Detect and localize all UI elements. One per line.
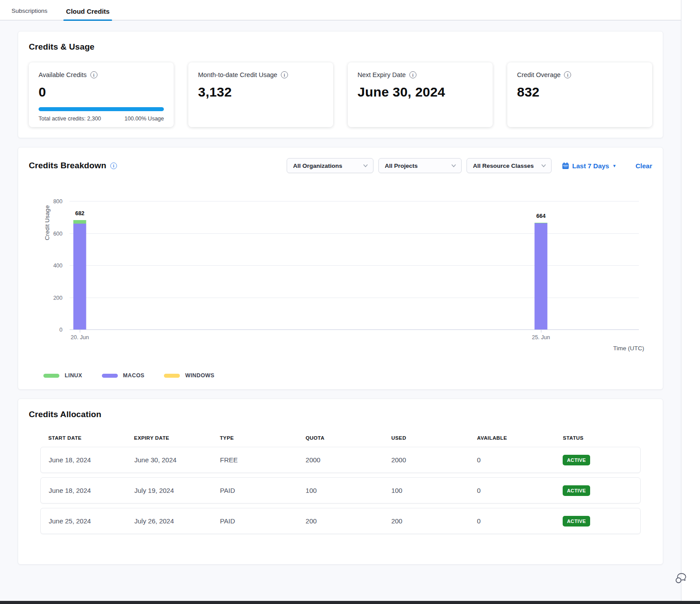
- cell-start-date: June 18, 2024: [41, 456, 126, 464]
- available-credits-value: 0: [39, 85, 164, 100]
- x-tick-label: 20. Jun: [71, 334, 89, 341]
- chart-legend: LINUXMACOSWINDOWS: [43, 372, 652, 379]
- column-header-quota: QUOTA: [298, 435, 384, 441]
- credit-overage-value: 832: [517, 85, 642, 100]
- credits-breakdown-title: Credits Breakdown: [29, 161, 106, 170]
- mtd-usage-label: Month-to-date Credit Usage: [198, 71, 277, 78]
- legend-label: WINDOWS: [185, 372, 214, 379]
- organizations-filter-value: All Organizations: [293, 163, 342, 169]
- cell-used: 2000: [383, 456, 469, 464]
- credits-usage-section: Credits & Usage Available Credits i 0 To…: [18, 31, 663, 138]
- info-icon[interactable]: i: [281, 71, 288, 78]
- y-tick-label: 0: [59, 327, 62, 333]
- chevron-down-icon: [451, 164, 456, 167]
- tab-subscriptions-label: Subscriptions: [12, 8, 47, 14]
- cell-quota: 2000: [298, 456, 383, 464]
- legend-swatch: [164, 374, 180, 378]
- mtd-usage-value: 3,132: [198, 85, 323, 100]
- legend-swatch: [43, 374, 59, 378]
- date-range-picker[interactable]: Last 7 Days ▾: [562, 162, 616, 170]
- chevron-down-icon: [541, 164, 546, 167]
- y-tick-label: 800: [53, 198, 62, 205]
- gridline: [70, 298, 639, 298]
- resource-classes-filter-value: All Resource Classes: [473, 163, 534, 169]
- available-credits-card: Available Credits i 0 Total active credi…: [29, 62, 174, 127]
- available-credits-label: Available Credits: [39, 71, 87, 78]
- x-tick-mark: [80, 330, 80, 333]
- tab-bar: Subscriptions Cloud Credits: [0, 0, 681, 20]
- column-header-available: AVAILABLE: [469, 435, 555, 441]
- credit-usage-chart-plot: Credit Usage Time (UTC) 0200400600800682…: [70, 201, 639, 330]
- x-axis-title: Time (UTC): [613, 345, 644, 352]
- tab-cloud-credits[interactable]: Cloud Credits: [64, 3, 111, 20]
- next-expiry-label: Next Expiry Date: [358, 71, 406, 78]
- cell-expiry-date: July 26, 2024: [126, 517, 212, 525]
- cell-expiry-date: June 30, 2024: [126, 456, 212, 464]
- bar-20-jun[interactable]: [74, 220, 86, 329]
- chat-support-icon[interactable]: [674, 570, 689, 585]
- cell-used: 100: [383, 487, 469, 494]
- credits-usage-title: Credits & Usage: [29, 42, 652, 52]
- credit-overage-card: Credit Overage i 832: [507, 62, 652, 127]
- bar-segment-macos[interactable]: [74, 224, 86, 329]
- cell-available: 0: [469, 487, 554, 494]
- info-icon[interactable]: i: [564, 71, 571, 78]
- gridline: [70, 201, 639, 201]
- cell-quota: 200: [298, 517, 383, 525]
- next-expiry-card: Next Expiry Date i June 30, 2024: [348, 62, 493, 127]
- y-tick-label: 400: [53, 263, 62, 269]
- info-icon[interactable]: i: [409, 71, 416, 78]
- cell-type: FREE: [212, 456, 298, 464]
- info-icon[interactable]: i: [90, 71, 97, 78]
- bar-segment-linux[interactable]: [74, 220, 86, 224]
- cell-start-date: June 18, 2024: [41, 487, 126, 494]
- legend-item-macos[interactable]: MACOS: [102, 372, 145, 379]
- mtd-usage-card: Month-to-date Credit Usage i 3,132: [188, 62, 333, 127]
- credit-usage-chart: Credit Usage Time (UTC) 0200400600800682…: [70, 201, 639, 330]
- legend-item-windows[interactable]: WINDOWS: [164, 372, 214, 379]
- organizations-filter[interactable]: All Organizations: [287, 158, 373, 173]
- column-header-used: USED: [383, 435, 469, 441]
- status-badge: ACTIVE: [563, 516, 591, 527]
- date-range-value: Last 7 Days: [572, 162, 609, 170]
- bar-total-label: 682: [75, 210, 85, 217]
- cell-quota: 100: [298, 487, 383, 494]
- x-tick-label: 25. Jun: [532, 334, 550, 341]
- right-gutter: [681, 0, 700, 604]
- column-header-expiry-date: EXPIRY DATE: [126, 435, 212, 441]
- cell-start-date: June 25, 2024: [41, 517, 126, 525]
- total-active-credits-text: Total active credits: 2,300: [39, 116, 101, 122]
- clear-filters-button[interactable]: Clear: [635, 162, 652, 170]
- bar-segment-macos[interactable]: [534, 223, 547, 329]
- y-axis-title: Credit Usage: [44, 205, 51, 240]
- status-badge: ACTIVE: [563, 455, 591, 465]
- column-header-type: TYPE: [212, 435, 298, 441]
- credits-allocation-section: Credits Allocation START DATE EXPIRY DAT…: [18, 399, 663, 565]
- column-header-status: STATUS: [555, 435, 641, 441]
- x-axis-line: [70, 329, 639, 330]
- cell-available: 0: [469, 517, 554, 525]
- usage-percent-text: 100.00% Usage: [124, 116, 164, 122]
- table-row: June 18, 2024 July 19, 2024 PAID 100 100…: [40, 477, 641, 503]
- bar-total-label: 664: [537, 213, 546, 219]
- info-icon[interactable]: i: [110, 163, 117, 169]
- credits-allocation-title: Credits Allocation: [29, 410, 652, 419]
- y-tick-label: 600: [53, 231, 62, 237]
- legend-item-linux[interactable]: LINUX: [43, 372, 82, 379]
- bar-25-jun[interactable]: [534, 223, 547, 329]
- bottom-edge-bar: [0, 601, 700, 604]
- projects-filter[interactable]: All Projects: [378, 158, 462, 173]
- credits-progress-fill: [39, 107, 164, 111]
- tab-subscriptions[interactable]: Subscriptions: [10, 3, 49, 20]
- status-badge: ACTIVE: [563, 485, 591, 496]
- column-header-start-date: START DATE: [40, 435, 126, 441]
- next-expiry-value: June 30, 2024: [358, 85, 483, 100]
- tab-cloud-credits-label: Cloud Credits: [66, 8, 109, 15]
- table-row: June 25, 2024 July 26, 2024 PAID 200 200…: [40, 508, 641, 534]
- legend-label: MACOS: [123, 372, 145, 379]
- resource-classes-filter[interactable]: All Resource Classes: [467, 158, 552, 173]
- cell-available: 0: [469, 456, 554, 464]
- credit-overage-label: Credit Overage: [517, 71, 560, 78]
- table-row: June 18, 2024 June 30, 2024 FREE 2000 20…: [40, 447, 641, 473]
- credits-progress-bar: [39, 107, 164, 111]
